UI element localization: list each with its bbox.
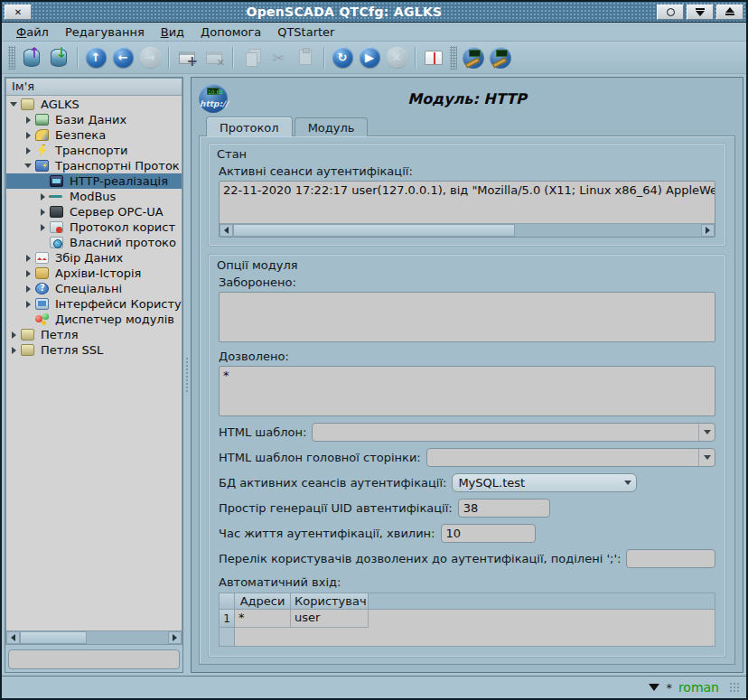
scroll-left-button[interactable] <box>6 631 20 644</box>
scrollbar-thumb[interactable] <box>20 631 87 644</box>
chevron-down-icon[interactable] <box>698 449 715 466</box>
tree-item-сервер-opc-ua[interactable]: Сервер OPC-UA <box>6 204 182 219</box>
expander-icon[interactable] <box>23 132 33 139</box>
expander-icon[interactable] <box>8 347 19 354</box>
window-lower-button[interactable] <box>687 5 714 20</box>
window-maximize-button[interactable] <box>716 5 743 20</box>
copy-icon <box>246 52 257 67</box>
menu-item-file[interactable]: Файл <box>9 23 56 41</box>
load-from-db-button[interactable] <box>19 45 44 70</box>
tree-item-label: Спеціальні <box>52 281 125 296</box>
expander-icon[interactable] <box>23 147 33 154</box>
column-header-addresses[interactable]: Адреси <box>235 593 291 610</box>
tree-item-транспорти[interactable]: Транспорти <box>6 143 182 158</box>
expander-icon[interactable] <box>37 224 48 231</box>
auth-lifetime-input[interactable] <box>441 524 536 543</box>
tree-item-label: Бази Даних <box>52 112 129 127</box>
tab-module[interactable]: Модуль <box>295 117 369 136</box>
expander-icon[interactable] <box>37 193 48 201</box>
menu-item-qtstarter[interactable]: QTStarter <box>270 23 341 41</box>
sessions-textarea[interactable]: 22-11-2020 17:22:17 user(127.0.0.1), від… <box>219 181 715 238</box>
tree-item-безпека[interactable]: Безпека <box>6 127 182 143</box>
sessions-hscrollbar[interactable] <box>220 223 715 237</box>
denied-textarea[interactable] <box>219 292 715 342</box>
main-template-combo[interactable] <box>426 448 715 467</box>
window-close-button[interactable]: ✕ <box>5 5 32 20</box>
expander-icon[interactable] <box>23 285 33 293</box>
page-title: Модуль: HTTP <box>199 90 735 107</box>
tree-item-інтерфейси-користу[interactable]: Інтерфейси Користу <box>6 296 182 312</box>
expander-icon[interactable] <box>23 301 33 308</box>
paste-icon <box>299 50 312 65</box>
save-to-db-button[interactable] <box>46 45 71 70</box>
html-template-combo[interactable] <box>312 423 715 442</box>
tree-item-петля-ssl[interactable]: Петля SSL <box>6 342 182 358</box>
table-row[interactable]: * user <box>235 610 715 628</box>
tree-item-диспетчер-модулів[interactable]: Диспетчер модулів <box>6 312 182 327</box>
up-button[interactable]: ↑ <box>83 45 108 70</box>
tree-hscrollbar[interactable] <box>6 630 182 644</box>
menu-item-help[interactable]: Допомога <box>193 23 268 41</box>
tree-item-aglks[interactable]: AGLKS <box>6 97 182 112</box>
add-item-button[interactable] <box>174 45 200 70</box>
refresh-button[interactable]: ↻ <box>330 45 355 70</box>
tree-item-http-реалізація[interactable]: HTTP-реалізація <box>6 173 182 189</box>
refresh-icon: ↻ <box>332 47 353 68</box>
menu-item-view[interactable]: Вид <box>154 23 192 41</box>
scrollbar-track[interactable] <box>87 631 168 644</box>
tree-item-транспортні-проток[interactable]: Транспортні Проток <box>6 158 182 173</box>
tree-item-modbus[interactable]: ModBus <box>6 189 182 204</box>
tab-bar: Протокол Модуль <box>199 116 735 135</box>
tree-item-петля[interactable]: Петля <box>6 327 182 342</box>
panel-splitter[interactable] <box>183 77 191 673</box>
tree-item-label: HTTP-реалізація <box>67 173 171 189</box>
tree-item-власний-протоко[interactable]: Власний протоко <box>6 235 182 250</box>
modules-icon <box>35 313 49 325</box>
tree-item-збір-даних[interactable]: Збір Даних <box>6 250 182 266</box>
expander-icon[interactable] <box>23 255 33 262</box>
cell-address[interactable]: * <box>235 610 291 628</box>
tree-item-спеціальні[interactable]: Спеціальні <box>6 281 182 296</box>
scrollbar-thumb[interactable] <box>233 224 515 237</box>
sessions-db-combo[interactable]: MySQL.test <box>452 473 637 492</box>
tree-item-протокол-корист[interactable]: Протокол корист <box>6 219 182 235</box>
tree-item-архіви-історія[interactable]: Архіви-Історія <box>6 266 182 281</box>
tree-filter-field[interactable] <box>8 649 180 669</box>
expander-icon[interactable] <box>23 270 33 277</box>
scrollbar-track[interactable] <box>515 224 701 237</box>
cell-user[interactable]: user <box>291 610 369 628</box>
copy-button <box>238 45 264 70</box>
scroll-right-button[interactable] <box>701 224 715 237</box>
lower-icon <box>696 7 705 16</box>
qtcfg-starter-button[interactable] <box>461 45 486 70</box>
uid-space-input[interactable] <box>458 499 550 518</box>
resize-grip[interactable] <box>729 682 741 694</box>
chevron-down-icon[interactable] <box>620 474 636 491</box>
column-header-user[interactable]: Користувач <box>291 593 369 610</box>
qtcfg-starter-button-2[interactable] <box>488 45 513 70</box>
expander-icon[interactable] <box>23 163 33 168</box>
row-number[interactable]: 1 <box>220 610 234 628</box>
expander-icon[interactable] <box>37 209 48 216</box>
allowed-users-input[interactable] <box>626 549 715 568</box>
menu-item-edit[interactable]: Редагування <box>58 23 152 41</box>
scroll-left-button[interactable] <box>220 224 233 237</box>
tree-column-header[interactable]: Ім'я <box>6 79 182 96</box>
tree-item-бази-даних[interactable]: Бази Даних <box>6 112 182 127</box>
statusbar: * roman <box>2 676 746 698</box>
toolbar-grip[interactable] <box>8 46 15 70</box>
chevron-down-icon[interactable] <box>698 424 715 441</box>
status-dropdown-icon[interactable] <box>649 684 659 691</box>
back-button[interactable]: ← <box>110 45 136 70</box>
autologin-table[interactable]: Адреси Користувач 1 * user <box>219 593 715 647</box>
expander-icon[interactable] <box>23 117 33 124</box>
window-shade-button[interactable] <box>657 5 684 20</box>
start-button[interactable]: ▶ <box>357 45 382 70</box>
scroll-right-button[interactable] <box>168 631 182 644</box>
expander-icon[interactable] <box>8 331 19 339</box>
allowed-textarea[interactable]: * <box>219 366 715 416</box>
expander-icon[interactable] <box>8 102 19 107</box>
toolbar-grip[interactable] <box>450 46 457 70</box>
manual-button[interactable] <box>421 45 446 70</box>
tab-protocol[interactable]: Протокол <box>206 117 293 136</box>
